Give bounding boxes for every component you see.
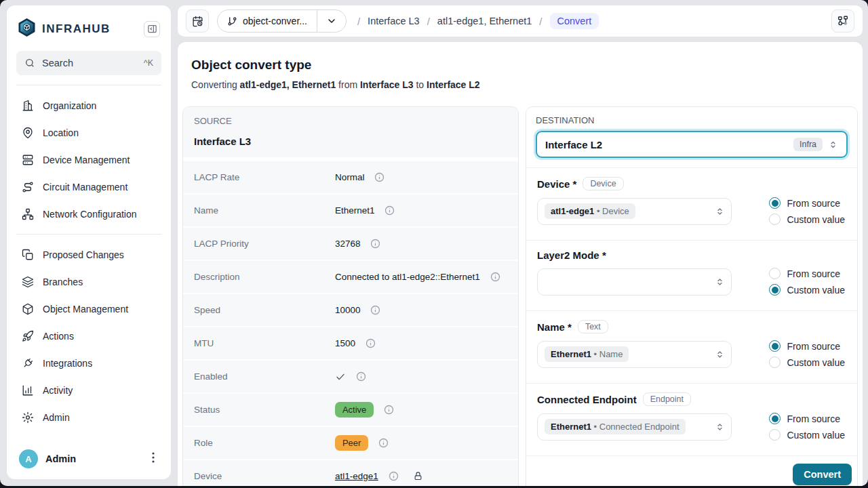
- field-kind-badge: Device: [583, 177, 623, 190]
- info-icon[interactable]: [356, 371, 366, 382]
- sidebar-collapse-button[interactable]: [144, 21, 160, 37]
- field-name: Name * Text Ethernet1 • Name From source…: [526, 311, 857, 383]
- sidebar-item-admin[interactable]: Admin: [15, 404, 163, 431]
- source-panel: SOURCE Interface L3 LACP Rate Normal Nam…: [182, 106, 519, 486]
- box-icon: [22, 303, 34, 315]
- destination-type-select[interactable]: Interface L2 Infra: [536, 131, 848, 158]
- breadcrumb: / Interface L3 / atl1-edge1, Ethernet1 /…: [357, 13, 599, 29]
- chevron-down-icon: [326, 16, 337, 26]
- info-icon[interactable]: [374, 172, 384, 182]
- select-stepper-icon: [715, 349, 725, 359]
- sidebar-item-object-management[interactable]: Object Management: [15, 296, 163, 323]
- info-icon[interactable]: [389, 471, 399, 481]
- schema-visualizer-button[interactable]: [831, 9, 854, 33]
- destination-panel-header: DESTINATION Interface L2 Infra: [526, 107, 857, 167]
- info-icon[interactable]: [378, 438, 389, 448]
- value-mode-radios: From source Custom value: [769, 268, 846, 296]
- row-label: Device: [194, 471, 335, 481]
- row-value: Normal: [335, 172, 365, 182]
- info-icon[interactable]: [384, 405, 394, 415]
- radio-custom-value[interactable]: Custom value: [769, 284, 845, 296]
- user-row: A Admin: [15, 447, 163, 470]
- copy-diff-icon: [22, 249, 34, 261]
- sidebar-item-device-management[interactable]: Device Management: [15, 146, 163, 174]
- sidebar-item-label: Circuit Management: [43, 182, 127, 192]
- sidebar: INFRAHUB Search ^K Organization: [7, 5, 171, 479]
- field-select[interactable]: Ethernet1 • Connected Endpoint: [537, 413, 732, 441]
- field-select[interactable]: atl1-edge1 • Device: [537, 198, 732, 225]
- sidebar-item-actions[interactable]: Actions: [15, 323, 163, 350]
- source-row-description: Description Connected to atl1-edge2::Eth…: [183, 261, 518, 293]
- radio-custom-value[interactable]: Custom value: [769, 429, 845, 441]
- rocket-icon: [22, 330, 34, 342]
- breadcrumb-item-convert[interactable]: Convert: [550, 13, 599, 29]
- sidebar-item-label: Integrations: [43, 358, 92, 369]
- kebab-icon: [152, 452, 155, 463]
- sidebar-item-proposed-changes[interactable]: Proposed Changes: [15, 241, 163, 268]
- sidebar-item-label: Proposed Changes: [43, 249, 124, 260]
- field-kind-badge: Text: [578, 320, 608, 333]
- schema-graph-icon: [837, 15, 849, 27]
- date-picker-button[interactable]: [186, 9, 209, 33]
- info-icon[interactable]: [370, 305, 380, 315]
- value-mode-radios: From source Custom value: [769, 197, 846, 225]
- field-kind-badge: Endpoint: [643, 392, 691, 406]
- field-label: Device *: [537, 178, 576, 190]
- branch-selector[interactable]: object-conver...: [217, 9, 347, 33]
- source-rows: LACP Rate Normal Name Ethernet1 LACP Pri…: [183, 157, 518, 486]
- source-row-lacp-priority: LACP Priority 32768: [183, 228, 518, 260]
- breadcrumb-separator: /: [357, 16, 360, 27]
- sidebar-item-location[interactable]: Location: [15, 119, 163, 146]
- network-icon: [22, 208, 34, 220]
- destination-panel: DESTINATION Interface L2 Infra Device * …: [526, 106, 858, 486]
- user-name: Admin: [45, 453, 76, 464]
- sidebar-item-label: Actions: [43, 331, 74, 342]
- search-input[interactable]: Search ^K: [16, 51, 161, 75]
- sidebar-item-network-configuration[interactable]: Network Configuration: [15, 201, 163, 228]
- info-icon[interactable]: [490, 272, 500, 282]
- radio-from-source[interactable]: From source: [769, 413, 845, 424]
- check-icon: [335, 371, 346, 382]
- gear-icon: [22, 411, 34, 424]
- select-stepper-icon: [715, 206, 725, 216]
- source-row-mtu: MTU 1500: [183, 327, 518, 359]
- field-select[interactable]: Ethernet1 • Name: [537, 341, 732, 368]
- breadcrumb-item-object[interactable]: atl1-edge1, Ethernet1: [437, 16, 532, 26]
- device-link[interactable]: atl1-edge1: [335, 471, 378, 481]
- info-icon[interactable]: [370, 239, 380, 249]
- source-row-speed: Speed 10000: [183, 294, 518, 326]
- branch-current[interactable]: object-conver...: [218, 16, 317, 26]
- search-shortcut: ^K: [144, 58, 153, 68]
- radio-from-source[interactable]: From source: [769, 340, 845, 352]
- divider: [16, 234, 161, 235]
- info-icon[interactable]: [366, 338, 376, 348]
- user-menu-button[interactable]: [148, 449, 159, 468]
- radio-from-source[interactable]: From source: [769, 197, 845, 209]
- source-row-lacp-rate: LACP Rate Normal: [183, 161, 518, 193]
- radio-custom-value[interactable]: Custom value: [769, 214, 845, 225]
- branch-dropdown-toggle[interactable]: [317, 16, 346, 26]
- sidebar-item-integrations[interactable]: Integrations: [15, 350, 163, 377]
- radio-from-source[interactable]: From source: [769, 268, 845, 279]
- sidebar-item-branches[interactable]: Branches: [15, 268, 163, 296]
- plug-icon: [22, 357, 34, 369]
- field-select[interactable]: •: [537, 268, 732, 296]
- convert-button[interactable]: Convert: [793, 464, 852, 485]
- info-icon[interactable]: [384, 205, 395, 216]
- nav-group-primary: Organization Location Device Management: [15, 92, 163, 228]
- sidebar-item-activity[interactable]: Activity: [15, 377, 163, 404]
- status-badge: Active: [335, 402, 374, 418]
- infrahub-logo-icon: [18, 18, 36, 40]
- sidebar-item-circuit-management[interactable]: Circuit Management: [15, 174, 163, 201]
- selected-value-pill: Ethernet1 • Connected Endpoint: [545, 419, 686, 434]
- radio-custom-value[interactable]: Custom value: [769, 357, 845, 368]
- building-icon: [22, 100, 34, 112]
- value-mode-radios: From source Custom value: [769, 340, 846, 368]
- breadcrumb-item-schema[interactable]: Interface L3: [368, 16, 420, 26]
- sidebar-item-organization[interactable]: Organization: [15, 92, 163, 119]
- layers-icon: [22, 276, 34, 288]
- role-badge: Peer: [335, 435, 368, 451]
- selected-value-pill: Ethernet1 • Name: [545, 346, 629, 362]
- divider: [16, 85, 161, 85]
- search-placeholder: Search: [42, 58, 73, 68]
